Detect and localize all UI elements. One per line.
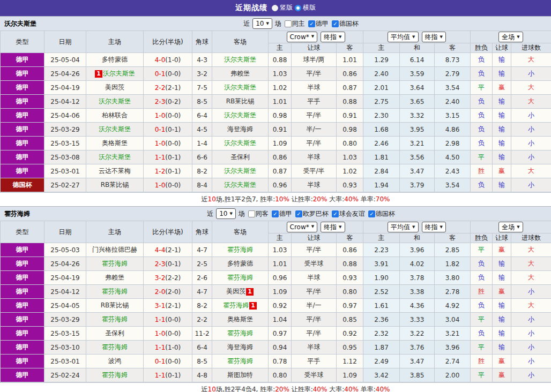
odds-stage-select[interactable]: 终指▼ [321,222,345,232]
odds-home-cell: 0.88 [269,53,292,67]
home-team-name: 霍芬海姆 [102,260,128,267]
result-goals-cell: 大 [511,53,551,67]
avg-away-cell: 2.40 [435,95,471,109]
home-cell: 霍芬海姆 [86,368,144,382]
match-row: 德甲25-04-06柏林联合1-0(0-0)6-4沃尔夫斯堡0.98平/半0.9… [1,109,551,123]
filter-checkbox-德国杯[interactable]: ✓德国杯 [332,19,359,28]
score-cell: 2-2(2-1) [144,81,192,95]
results-table: 类型日期主场比分(半场)角球客场Crow*▼终指▼平均值▼终指▼全场▼主让球客主… [0,221,551,382]
odds-away-cell: 0.92 [337,327,363,341]
halftime-score: (0-0) [165,112,181,119]
match-row: 德甲25-03-01云达不莱梅1-2(0-1)8-2沃尔夫斯堡0.87受平/半1… [1,164,551,178]
games-count-select[interactable]: 10▼ [252,18,272,29]
filter-checkbox-德甲[interactable]: ✓德甲 [272,209,292,218]
filter-checkbox-同主[interactable]: 同主 [285,19,305,28]
halftime-score: (0-1) [165,154,181,161]
result-winloss-cell: 负 [471,67,493,81]
summary-segment: 10% [275,195,289,203]
layout-radio-横版[interactable]: 横版 [295,3,316,12]
result-winloss-cell: 负 [471,178,493,192]
layout-radio-竖版[interactable]: 竖版 [272,3,293,12]
fulltime-score: 3-1 [155,302,166,310]
odds-company-select[interactable]: Crow*▼ [287,32,318,42]
date-cell: 25-04-06 [44,109,86,123]
fulltime-score: 1-1 [155,316,166,323]
home-cell: 云达不莱梅 [86,164,144,178]
odds-stage-select[interactable]: 终指▼ [321,32,345,42]
home-team-name: 霍芬海姆 [102,288,128,295]
league-type-cell: 德甲 [1,164,44,178]
filter-checkbox-欧罗巴杯[interactable]: ✓欧罗巴杯 [295,209,329,218]
corner-cell: 2-2 [192,313,212,327]
avg-draw-cell: 3.65 [400,95,435,109]
full-match-select[interactable]: 全场▼ [498,222,523,232]
team-section-0: 沃尔夫斯堡近10▼场同主✓德甲✓德国杯类型日期主场比分(半场)角球客场Crow*… [0,16,551,206]
avg-home-cell: 2.40 [363,67,400,81]
score-cell: 4-4(2-1) [144,243,192,257]
handicap-cell: 平/半 [292,137,337,150]
summary-segment: 单率: [359,195,376,203]
filter-checkbox-同客[interactable]: 同客 [248,209,269,218]
avg-stage-select[interactable]: 终指▼ [422,32,446,42]
dropdown-arrow-icon: ▼ [339,225,341,229]
halftime-score: (0-0) [165,70,181,78]
halftime-score: (2-1) [165,84,181,92]
avg-home-cell: 2.36 [363,313,400,327]
league-type-cell: 德甲 [1,95,44,109]
result-winloss-cell: 负 [471,123,493,137]
avg-home-cell: 2.49 [363,355,400,368]
avg-home-cell: 2.01 [363,81,400,95]
odds-away-cell: 0.87 [337,81,363,95]
avg-draw-cell: 3.33 [400,313,435,327]
avg-away-cell: 1.82 [435,257,471,271]
result-winloss-cell: 负 [471,109,493,123]
home-team-name: 圣保利 [105,329,124,337]
avg-home-cell: 1.29 [363,53,400,67]
checkbox-label: 欧罗巴杯 [303,209,329,218]
full-match-select[interactable]: 全场▼ [498,32,523,42]
halftime-score: (0-0) [165,182,181,189]
dropdown-arrow-icon: ▼ [440,35,443,39]
home-team-name: 沃尔夫斯堡 [99,153,131,161]
column-header: 角球 [192,31,212,53]
odds-home-cell: 0.87 [269,164,292,178]
halftime-score: (0-0) [165,316,181,323]
handicap-cell: 平/半 [292,285,337,299]
result-handicap-cell: 输 [493,95,511,109]
filter-checkbox-德甲[interactable]: ✓德甲 [308,19,329,28]
filter-checkbox-德国杯[interactable]: ✓德国杯 [368,209,395,218]
score-cell: 4-0(1-0) [144,53,192,67]
sub-column-header: 客 [435,43,471,53]
score-cell: 1-0(0-0) [144,137,192,150]
avg-draw-cell: 3.21 [400,137,435,150]
corner-cell: 6-4 [192,341,212,355]
avg-away-cell: 3.15 [435,109,471,123]
handicap-cell: 半球 [292,341,337,355]
filter-checkbox-球会友谊[interactable]: ✓球会友谊 [332,209,365,218]
average-select[interactable]: 平均值▼ [388,32,418,42]
checked-checkbox-icon: ✓ [295,210,302,217]
checkbox-label: 球会友谊 [339,209,365,218]
radio-label: 横版 [303,3,316,12]
odds-home-cell: 0.94 [269,341,292,355]
score-cell: 1-1(1-0) [144,341,192,355]
near-label: 近 [243,19,250,28]
average-select[interactable]: 平均值▼ [388,222,418,232]
handicap-cell: 半/一 [292,123,337,137]
home-cell: 圣保利 [86,327,144,341]
section-header-bar: 沃尔夫斯堡近10▼场同主✓德甲✓德国杯 [0,16,551,31]
odds-company-select[interactable]: Crow*▼ [287,222,318,232]
league-type-cell: 德甲 [1,257,44,271]
date-cell: 25-04-19 [44,271,86,285]
halftime-score: (0-0) [165,330,181,337]
match-row: 德甲25-03-29沃尔夫斯堡0-1(0-1)4-5海登海姆0.91半/一0.9… [1,123,551,137]
sub-column-header: 让球 [292,43,337,53]
summary-segment: 70% [376,195,390,203]
avg-stage-select[interactable]: 终指▼ [422,222,446,232]
filter-controls: 近10▼场同客✓德甲✓欧罗巴杯✓球会友谊✓德国杯 [156,208,395,219]
odds-home-cell: 0.80 [269,368,292,382]
away-team-name: 沃尔夫斯堡 [224,56,256,63]
result-handicap-cell: 赢 [493,285,511,299]
result-winloss-cell: 负 [471,257,493,271]
games-count-select[interactable]: 10▼ [216,208,236,219]
